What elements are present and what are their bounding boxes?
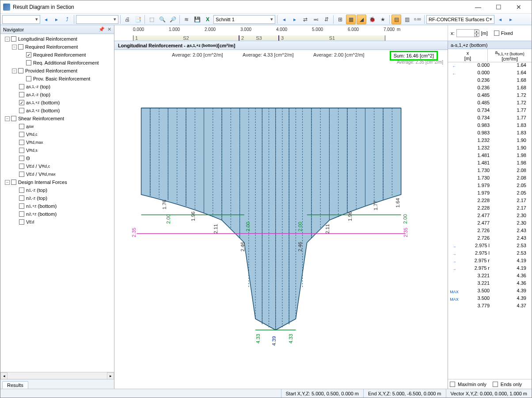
tree-n2+z[interactable]: n2,+z (bottom) (2, 210, 114, 218)
tree-dif[interactable]: −Design Internal Forces (2, 178, 114, 186)
combo-2[interactable]: ▾ (76, 15, 118, 24)
tool-c-icon[interactable]: ≕ (311, 15, 321, 24)
table-row[interactable]: 1.2321.90 (448, 145, 532, 153)
hscroll-left-icon[interactable]: ◂ (0, 372, 8, 379)
report-icon[interactable]: 📑 (133, 15, 143, 24)
zoom-window-icon[interactable]: ⬚ (147, 15, 156, 24)
table-row[interactable]: 3.7794.37 (448, 303, 532, 310)
tool-f-icon[interactable]: 🐞 (367, 15, 377, 24)
table-row[interactable]: 0.7341.77 (448, 115, 532, 122)
section-next-icon[interactable]: ▸ (290, 15, 300, 24)
table-row[interactable]: ←0.0001.64 (448, 70, 532, 77)
nav-prev-icon[interactable]: ▸ (52, 15, 61, 24)
tool-highlight2-icon[interactable]: ◢ (357, 15, 366, 24)
nav-first-icon[interactable]: ◂ (41, 15, 51, 24)
table-row[interactable]: 1.9792.05 (448, 190, 532, 198)
tree-req-add[interactable]: Req. Additional Reinforcement (2, 59, 114, 67)
tool-g-icon[interactable]: ★ (378, 15, 388, 24)
tree-ved[interactable]: VEd (2, 218, 114, 226)
zoom-out-icon[interactable]: 🔎 (168, 15, 178, 24)
table-row[interactable]: 3.2214.36 (448, 273, 532, 280)
tree-vrdmax[interactable]: VRd,max (2, 138, 114, 146)
close-button[interactable]: ✕ (509, 0, 529, 14)
table-row[interactable]: 0.4851.72 (448, 92, 532, 100)
module-next-icon[interactable]: ▸ (506, 15, 516, 24)
table-row[interactable]: 2.2282.17 (448, 205, 532, 213)
tree-ved-vrdc[interactable]: VEd / VRd,c (2, 162, 114, 170)
table-row[interactable]: 0.9831.83 (448, 130, 532, 138)
tree-theta[interactable]: Θ (2, 154, 114, 162)
save-icon[interactable]: 💾 (192, 15, 202, 24)
table-row[interactable]: 1.9792.05 (448, 183, 532, 190)
tree-n2-z[interactable]: n2,-z (top) (2, 194, 114, 202)
pin-icon[interactable]: 📌 (99, 27, 105, 32)
table-row[interactable]: 1.7302.08 (448, 175, 532, 183)
table-row[interactable]: 1.2321.90 (448, 138, 532, 145)
diagram-area[interactable]: Average: 2.00 [cm^2/m] Average: 4.33 [cm… (114, 50, 448, 389)
tree-n1-z[interactable]: n1,-z (top) (2, 186, 114, 194)
fixed-checkbox[interactable] (494, 31, 499, 36)
minimize-button[interactable]: — (468, 0, 488, 14)
tree-provided[interactable]: −Provided Reinforcement (2, 67, 114, 75)
table-row[interactable]: 1.7302.08 (448, 168, 532, 175)
x-spin-up-icon[interactable]: ▴ (474, 30, 479, 33)
navigator-hscroll[interactable]: ◂ ▸ (0, 372, 114, 379)
tree-as2+z-bot[interactable]: as,2,+z (bottom) (2, 107, 114, 115)
tree-vrds[interactable]: VRd,s (2, 146, 114, 154)
maxmin-checkbox[interactable] (450, 382, 455, 387)
module-combo[interactable]: RF-CONCRETE Surfaces C▾ (426, 15, 494, 24)
table-row[interactable]: 2.4772.30 (448, 220, 532, 228)
tree-as2-z-top[interactable]: as,2,-z (top) (2, 91, 114, 99)
tree-ved-vrdmax[interactable]: VEd / VRd,max (2, 170, 114, 178)
tree-n1+z[interactable]: n1,+z (bottom) (2, 202, 114, 210)
section-prev-icon[interactable]: ◂ (279, 15, 289, 24)
x-spin-down-icon[interactable]: ▾ (474, 33, 479, 37)
table-row[interactable]: 2.7262.43 (448, 228, 532, 235)
table-row[interactable]: 0.9831.83 (448, 122, 532, 130)
schnitt-combo[interactable]: Schnitt 1▾ (213, 15, 275, 24)
module-prev-icon[interactable]: ◂ (495, 15, 505, 24)
panel-close-icon[interactable]: ✕ (107, 27, 111, 32)
tool-highlight1-icon[interactable]: ▦ (346, 15, 356, 24)
tool-i-icon[interactable]: ▥ (402, 15, 412, 24)
ends-checkbox[interactable] (493, 382, 498, 387)
table-row[interactable]: 0.4851.72 (448, 100, 532, 107)
tree-vrdc[interactable]: VRd,c (2, 130, 114, 138)
tree-shear[interactable]: −Shear Reinforcement (2, 115, 114, 122)
tool-e-icon[interactable]: ⊞ (335, 15, 345, 24)
table-row[interactable]: 0.2361.68 (448, 77, 532, 85)
table-row[interactable]: 1.4811.98 (448, 160, 532, 168)
navigator-tree[interactable]: −Longitudinal Reinforcement −Required Re… (0, 34, 114, 372)
tree-asw[interactable]: asw (2, 122, 114, 130)
tree-required-reinf[interactable]: Required Reinforcement (2, 51, 114, 59)
tree-prov-basic[interactable]: Prov. Basic Reinforcement (2, 75, 114, 83)
table-row[interactable]: 2.4772.30 (448, 213, 532, 220)
table-row[interactable]: →2.975 r4.19 (448, 265, 532, 273)
zoom-in-icon[interactable]: 🔍 (157, 15, 167, 24)
tool-d-icon[interactable]: ⇵ (322, 15, 331, 24)
tool-j-icon[interactable]: 0.00 (413, 15, 422, 24)
table-row[interactable]: →2.975 l2.53 (448, 250, 532, 258)
tab-results[interactable]: Results (2, 381, 28, 389)
hscroll-right-icon[interactable]: ▸ (107, 372, 114, 379)
nav-jump-icon[interactable]: ⤴ (62, 15, 72, 24)
table-row[interactable]: 3.2214.36 (448, 280, 532, 288)
print-icon[interactable]: 🖨 (122, 15, 132, 24)
table-row[interactable]: ←0.0001.64 (448, 62, 532, 70)
excel-icon[interactable]: X (203, 15, 213, 24)
table-row[interactable]: MAX3.5004.39 (448, 295, 532, 303)
table-row[interactable]: 2.2282.17 (448, 198, 532, 205)
table-row[interactable]: 0.7341.77 (448, 107, 532, 115)
tree-as1-z-top[interactable]: as,1,-z (top) (2, 83, 114, 91)
table-row[interactable]: 0.2361.68 (448, 85, 532, 92)
combo-1[interactable]: ▾ (2, 15, 40, 24)
tool-h-icon[interactable]: ▤ (391, 15, 401, 24)
tool-b-icon[interactable]: ⇄ (300, 15, 310, 24)
tree-as1+z-bot[interactable]: as,1,+z (bottom) (2, 99, 114, 107)
maximize-button[interactable]: ☐ (488, 0, 509, 14)
tree-longitudinal[interactable]: −Longitudinal Reinforcement (2, 35, 114, 43)
table-row[interactable]: 1.4811.98 (448, 153, 532, 160)
table-row[interactable]: →2.975 r4.19 (448, 258, 532, 265)
table-row[interactable]: →2.975 l2.53 (448, 243, 532, 250)
tool-a-icon[interactable]: ≋ (182, 15, 191, 24)
